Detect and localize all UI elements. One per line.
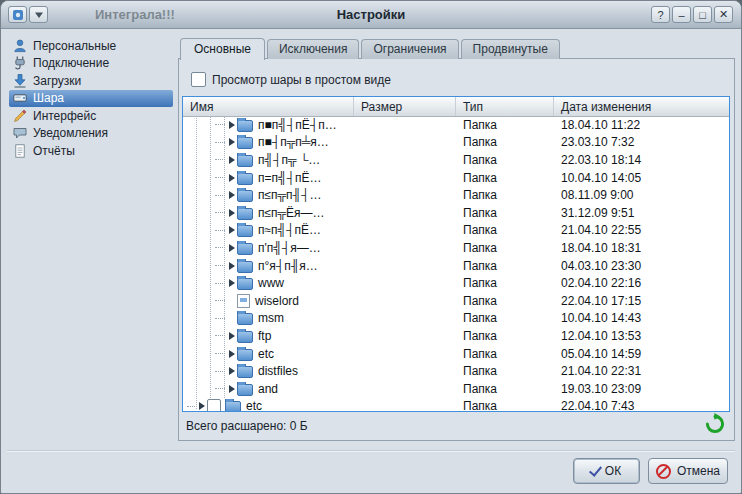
expand-arrow-icon[interactable] [196,402,207,410]
help-button[interactable]: ? [651,6,670,23]
table-row[interactable]: п■п╣┤пЁ┤п… Папка 18.04.10 11:22 [183,116,729,134]
table-row[interactable]: п°я┤п╢я… Папка 04.03.10 23:30 [183,257,729,275]
table-row[interactable]: п'п╣┤я—… Папка 18.04.10 18:31 [183,239,729,257]
close-icon: ✕ [719,8,728,21]
ok-button[interactable]: ОК [573,458,640,484]
tree-connector [215,318,225,319]
table-row[interactable]: etc Папка 05.04.10 14:59 [183,345,729,363]
expand-arrow-icon[interactable] [226,121,237,129]
table-row[interactable]: distfiles Папка 21.04.10 22:31 [183,362,729,380]
expand-arrow-icon[interactable] [226,174,237,182]
sidebar-item-share[interactable]: Шара [9,90,173,107]
row-date: 22.04.10 7:43 [554,399,729,411]
column-header-modified[interactable]: Дата изменения [554,97,729,116]
row-type: Папка [456,364,554,378]
table-row[interactable]: msm Папка 10.04.10 14:43 [183,310,729,328]
folder-icon [237,243,253,255]
maximize-button[interactable]: □ [693,6,712,23]
row-date: 18.04.10 18:31 [554,241,729,255]
row-name: and [258,382,278,396]
ok-button-label: ОК [605,464,621,478]
expand-arrow-icon[interactable] [226,262,237,270]
simple-view-option[interactable]: Просмотр шары в простом виде [191,72,391,87]
button-separator [7,450,735,452]
share-tab-panel: Просмотр шары в простом виде Имя Размер … [178,58,735,441]
tree-connector [215,335,225,336]
column-header-size[interactable]: Размер [354,97,456,116]
sidebar-item-interface[interactable]: Интерфейс [9,107,173,124]
row-name: п≤п╦Ёя—… [258,206,325,220]
sidebar-item-label: Подключение [33,56,109,70]
row-type: Папка [456,311,554,325]
row-type: Папка [456,276,554,290]
row-name: ftp [258,329,271,343]
tree-connector [215,212,225,213]
row-date: 31.12.09 9:51 [554,206,729,220]
connection-icon [12,55,28,71]
folder-icon [225,401,241,411]
tab-advanced[interactable]: Продвинутые [461,39,560,59]
expand-arrow-icon[interactable] [226,279,237,287]
table-row[interactable]: п≤п╦п╢┤… Папка 08.11.09 9:00 [183,186,729,204]
expand-arrow-icon[interactable] [226,156,237,164]
share-checkbox[interactable] [207,399,221,411]
simple-view-checkbox[interactable] [191,72,206,87]
table-row[interactable]: wiselord Папка 22.04.10 17:15 [183,292,729,310]
folder-icon [237,349,253,361]
table-row[interactable]: п≈п╣┤пЁ… Папка 21.04.10 22:55 [183,222,729,240]
shade-button[interactable] [29,6,48,23]
tab-limits[interactable]: Ограничения [361,39,458,59]
table-body: п■п╣┤пЁ┤п… Папка 18.04.10 11:22 п■┤п╦п╧я… [183,116,729,411]
refresh-share-button[interactable] [703,412,727,436]
row-name: п=п╣┤пЁ… [258,171,322,185]
tab-general[interactable]: Основные [180,38,265,60]
expand-arrow-icon[interactable] [226,138,237,146]
column-header-name[interactable]: Имя [183,97,354,116]
row-type: Папка [456,294,554,308]
expand-arrow-icon[interactable] [226,385,237,393]
sidebar-item-connection[interactable]: Подключение [9,55,173,72]
tree-connector [215,124,225,125]
table-row[interactable]: п╣┤п╦ └… Папка 22.03.10 18:14 [183,151,729,169]
table-row[interactable]: п≤п╦Ёя—… Папка 31.12.09 9:51 [183,204,729,222]
tree-connector [215,247,225,248]
row-name: п'п╣┤я—… [258,241,321,255]
table-row[interactable]: and Папка 19.03.10 23:09 [183,380,729,398]
expand-arrow-icon[interactable] [226,209,237,217]
folder-icon [237,155,253,167]
table-row[interactable]: etc Папка 22.04.10 7:43 [183,398,729,412]
row-name: п╣┤п╦ └… [258,153,320,167]
expand-arrow-icon[interactable] [226,367,237,375]
expand-arrow-icon[interactable] [226,226,237,234]
row-name: п≈п╣┤пЁ… [258,223,321,237]
tab-exclusions[interactable]: Исключения [267,39,360,59]
sidebar-item-downloads[interactable]: Загрузки [9,72,173,89]
row-name: п■┤п╦п╧я… [258,135,329,149]
row-name: etc [258,347,274,361]
window-menu-button[interactable] [8,6,27,23]
expand-arrow-icon[interactable] [226,244,237,252]
titlebar[interactable]: Интеграла!!! Настройки ? – □ ✕ [1,1,741,29]
help-icon: ? [657,9,663,21]
row-name: etc [246,399,262,411]
minimize-button[interactable]: – [672,6,691,23]
tree-connector [215,195,225,196]
table-row[interactable]: п■┤п╦п╧я… Папка 23.03.10 7:32 [183,134,729,152]
person-icon [12,38,28,54]
close-button[interactable]: ✕ [714,6,733,23]
table-row[interactable]: ftp Папка 12.04.10 13:53 [183,327,729,345]
table-row[interactable]: п=п╣┤пЁ… Папка 10.04.10 14:05 [183,169,729,187]
expand-arrow-icon[interactable] [226,332,237,340]
folder-icon [237,313,253,325]
expand-arrow-icon[interactable] [226,350,237,358]
cancel-button[interactable]: Отмена [648,458,728,484]
sidebar-item-reports[interactable]: Отчёты [9,142,173,159]
row-type: Папка [456,329,554,343]
expand-arrow-icon[interactable] [226,191,237,199]
sidebar-item-notifications[interactable]: Уведомления [9,125,173,142]
column-header-type[interactable]: Тип [456,97,554,116]
total-shared-status: Всего расшарено: 0 Б [186,419,308,433]
sidebar-item-personal[interactable]: Персональные [9,37,173,54]
table-row[interactable]: www Папка 02.04.10 22:16 [183,274,729,292]
folder-icon [237,225,253,237]
